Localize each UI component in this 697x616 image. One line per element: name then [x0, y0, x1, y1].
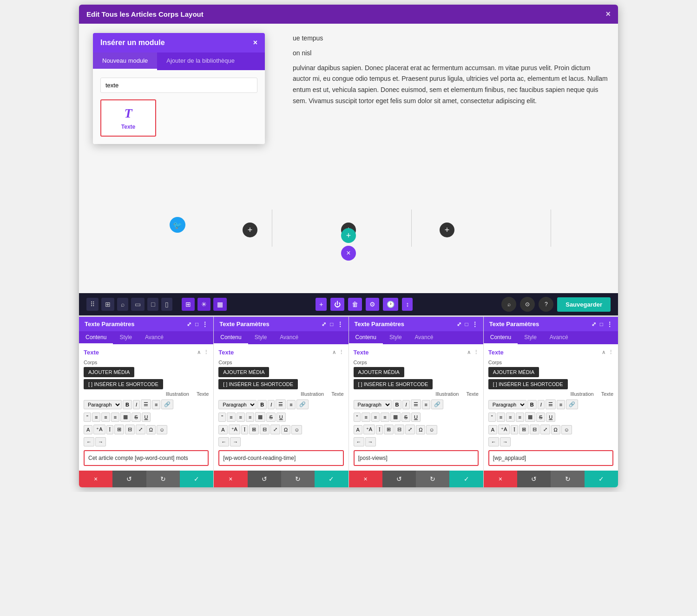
panel-3-undo-btn[interactable]: ↺: [382, 471, 416, 487]
panel-1-collapse-icon[interactable]: ∧: [197, 349, 201, 355]
panel-3-collapse-icon[interactable]: ∧: [467, 349, 471, 355]
toolbar-search-btn[interactable]: ⌕: [117, 298, 128, 311]
panel-4-window-icon[interactable]: □: [600, 321, 603, 328]
panel-1-dropcap-btn[interactable]: ⁺A: [93, 425, 105, 434]
panel-3-align-right-btn[interactable]: ≡: [381, 413, 389, 422]
panel-4-redo-btn[interactable]: ↻: [551, 471, 584, 487]
panel-1-omega-btn[interactable]: Ω: [146, 425, 156, 434]
window-close-button[interactable]: ×: [605, 9, 611, 19]
panel-1-shortcode-btn[interactable]: [ ] INSÉRER LE SHORTCODE: [84, 379, 163, 389]
panel-3-expand-icon[interactable]: ⤢: [457, 321, 461, 328]
panel-2-quote-btn[interactable]: ": [218, 413, 226, 422]
panel-1-add-media-btn[interactable]: AJOUTER MÉDIA: [84, 367, 134, 377]
tab-bibliotheque[interactable]: Ajouter de la bibliothèque: [157, 52, 244, 70]
panel-4-tab-style[interactable]: Style: [518, 331, 543, 344]
panel-3-close-btn[interactable]: ×: [349, 471, 382, 487]
panel-2-window-icon[interactable]: □: [330, 321, 333, 328]
panel-4-strikethrough-btn[interactable]: S: [536, 413, 545, 422]
panel-4-next-btn[interactable]: →: [500, 437, 511, 446]
toolbar-sort-btn[interactable]: ↕: [402, 298, 413, 311]
panel-3-clear-btn[interactable]: Ī: [376, 425, 383, 434]
panel-2-indent-btn[interactable]: ⊞: [249, 425, 259, 434]
panel-2-strikethrough-btn[interactable]: S: [266, 413, 275, 422]
panel-1-next-btn[interactable]: →: [95, 437, 106, 446]
panel-2-italic-btn[interactable]: I: [268, 400, 275, 409]
panel-4-quote-btn[interactable]: ": [488, 413, 496, 422]
panel-3-dots-icon[interactable]: ⋮: [472, 321, 478, 328]
panel-1-align-right-btn[interactable]: ≡: [111, 413, 119, 422]
panel-4-italic-btn[interactable]: I: [538, 400, 545, 409]
panel-4-prev-btn[interactable]: ←: [488, 437, 499, 446]
panel-4-collapse-icon[interactable]: ∧: [602, 349, 605, 355]
panel-2-add-media-btn[interactable]: AJOUTER MÉDIA: [218, 367, 269, 377]
panel-2-underline-btn[interactable]: U: [276, 413, 286, 422]
panel-3-prev-btn[interactable]: ←: [354, 437, 364, 446]
panel-3-window-icon[interactable]: □: [465, 321, 468, 328]
panel-1-window-icon[interactable]: □: [195, 321, 198, 328]
panel-1-link-btn[interactable]: 🔗: [161, 400, 173, 409]
panel-1-align-left-btn[interactable]: ≡: [92, 413, 100, 422]
panel-2-tab-style[interactable]: Style: [248, 331, 274, 344]
panel-4-link-btn[interactable]: 🔗: [566, 400, 578, 409]
panel-2-collapse-icon[interactable]: ∧: [332, 349, 336, 355]
panel-3-italic-btn[interactable]: I: [402, 400, 409, 409]
panel-1-close-btn[interactable]: ×: [79, 471, 112, 487]
panel-4-tab-avance[interactable]: Avancé: [543, 331, 575, 344]
close-module-center-btn[interactable]: ×: [341, 246, 356, 261]
panel-2-emoji-btn[interactable]: ☺: [291, 425, 302, 434]
panel-4-expand-btn[interactable]: ⤢: [540, 425, 550, 434]
panel-2-omega-btn[interactable]: Ω: [281, 425, 290, 434]
panel-4-tab-contenu[interactable]: Contenu: [484, 331, 518, 344]
toolbar-power-btn[interactable]: ⏻: [330, 298, 344, 311]
panel-4-dots-icon[interactable]: ⋮: [607, 321, 612, 328]
save-button[interactable]: Sauvegarder: [557, 297, 611, 312]
panel-2-align-center-btn[interactable]: ≡: [237, 413, 245, 422]
toolbar-table-btn[interactable]: ▦: [213, 298, 227, 311]
panel-1-italic-btn[interactable]: I: [133, 400, 140, 409]
panel-2-close-btn[interactable]: ×: [214, 471, 247, 487]
panel-3-color-btn[interactable]: A: [354, 425, 362, 434]
panel-4-clear-btn[interactable]: Ī: [511, 425, 518, 434]
toolbar-search-circle-btn[interactable]: ⌕: [501, 297, 516, 312]
panel-3-add-media-btn[interactable]: AJOUTER MÉDIA: [354, 367, 404, 377]
panel-4-close-btn[interactable]: ×: [484, 471, 517, 487]
panel-3-align-left-btn[interactable]: ≡: [362, 413, 370, 422]
panel-4-color-btn[interactable]: A: [488, 425, 497, 434]
panel-3-shortcode-btn[interactable]: [ ] INSÉRER LE SHORTCODE: [354, 379, 433, 389]
panel-3-next-btn[interactable]: →: [365, 437, 376, 446]
panel-2-expand-icon[interactable]: ⤢: [322, 321, 326, 328]
add-column-btn-3[interactable]: +: [440, 223, 454, 237]
panel-1-color-btn[interactable]: A: [84, 425, 92, 434]
panel-3-unindent-btn[interactable]: ⊟: [395, 425, 404, 434]
toolbar-help-btn[interactable]: ?: [539, 297, 553, 312]
panel-4-format-select[interactable]: Paragraph: [488, 400, 526, 409]
panel-2-check-btn[interactable]: ✓: [315, 471, 348, 487]
panel-1-quote-btn[interactable]: ": [84, 413, 91, 422]
panel-2-unindent-btn[interactable]: ⊟: [260, 425, 270, 434]
panel-4-expand-icon[interactable]: ⤢: [592, 321, 596, 328]
panel-3-link-btn[interactable]: 🔗: [431, 400, 443, 409]
panel-2-ul-btn[interactable]: ☰: [276, 400, 286, 409]
panel-3-tab-contenu[interactable]: Contenu: [349, 331, 383, 344]
panel-2-format-select[interactable]: Paragraph: [218, 400, 256, 409]
panel-1-expand-icon[interactable]: ⤢: [187, 321, 191, 328]
toolbar-grid-btn[interactable]: ⊞: [182, 298, 195, 311]
dialog-close-button[interactable]: ×: [253, 39, 257, 47]
toolbar-tablet-btn[interactable]: □: [147, 298, 158, 311]
panel-4-omega-btn[interactable]: Ω: [551, 425, 560, 434]
panel-4-check-btn[interactable]: ✓: [585, 471, 618, 487]
panel-3-redo-btn[interactable]: ↻: [416, 471, 449, 487]
panel-1-tab-avance[interactable]: Avancé: [138, 331, 170, 344]
panel-3-strikethrough-btn[interactable]: S: [401, 413, 410, 422]
panel-1-prev-btn[interactable]: ←: [84, 437, 94, 446]
panel-1-menu-icon[interactable]: ⋮: [204, 349, 209, 355]
panel-4-align-left-btn[interactable]: ≡: [497, 413, 505, 422]
panel-1-clear-btn[interactable]: Ī: [106, 425, 113, 434]
panel-3-ul-btn[interactable]: ☰: [411, 400, 421, 409]
panel-3-tab-style[interactable]: Style: [383, 331, 408, 344]
panel-4-table-btn[interactable]: ▦: [525, 412, 535, 422]
panel-4-align-center-btn[interactable]: ≡: [506, 413, 514, 422]
tab-nouveau-module[interactable]: Nouveau module: [93, 52, 157, 70]
toolbar-desktop-btn[interactable]: ▭: [131, 298, 145, 311]
panel-1-unindent-btn[interactable]: ⊟: [125, 425, 135, 434]
